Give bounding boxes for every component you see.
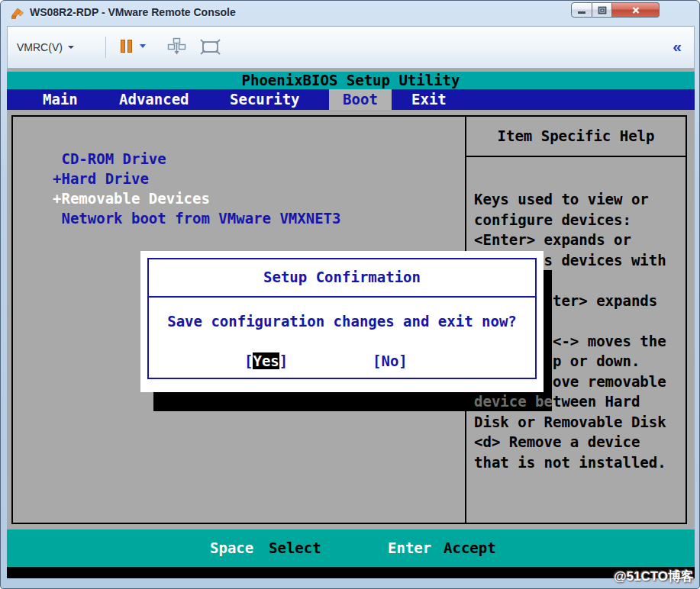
toolbar: VMRC(V) «: [7, 26, 695, 69]
no-button[interactable]: [No]: [373, 351, 408, 371]
close-button[interactable]: [612, 2, 660, 18]
bios-title: PhoenixBIOS Setup Utility: [7, 72, 695, 89]
status-action-select: Select: [269, 538, 321, 558]
status-key-space: Space: [210, 538, 253, 558]
app-icon: [11, 6, 25, 21]
boot-item-hard-drive[interactable]: +Hard Drive: [53, 169, 149, 188]
close-icon: [631, 5, 641, 15]
help-line: configure devices:: [474, 210, 631, 230]
tab-main[interactable]: Main: [43, 89, 78, 110]
tab-exit[interactable]: Exit: [411, 89, 447, 110]
help-line: device between Hard: [474, 391, 640, 411]
status-key-enter: Enter: [388, 538, 431, 558]
help-line: Disk or Removable Disk: [474, 412, 666, 432]
vmware-remote-console-window: WS08R2-RDP - VMware Remote Console VMRC(…: [0, 0, 700, 589]
title-bar: WS08R2-RDP - VMware Remote Console: [1, 1, 699, 26]
chevron-down-icon: [68, 46, 74, 49]
boot-item-network[interactable]: Network boot from VMware VMXNET3: [53, 208, 341, 228]
maximize-icon: [598, 6, 607, 14]
help-line: Keys used to view or: [474, 189, 649, 209]
status-bar: [7, 529, 695, 567]
help-panel-title: Item Specific Help: [466, 117, 685, 156]
help-line: <d> Remove a device: [474, 432, 640, 452]
vmrc-menu-button[interactable]: VMRC(V): [17, 37, 74, 58]
status-action-accept: Accept: [444, 538, 496, 558]
dialog-shadow-right: [543, 270, 552, 391]
watermark: @51CTO博客: [614, 568, 694, 585]
help-line: <Enter> expands or: [474, 230, 631, 249]
minimize-icon: [578, 11, 585, 14]
bios-menu-bar: Main Advanced Security Boot Exit: [7, 89, 695, 110]
pause-icon: [127, 40, 132, 53]
bios-screen: PhoenixBIOS Setup Utility Main Advanced …: [7, 69, 695, 578]
help-line: that is not installed.: [474, 452, 666, 472]
dialog-message: Save configuration changes and exit now?: [140, 311, 544, 331]
tab-advanced[interactable]: Advanced: [119, 89, 189, 110]
tab-security[interactable]: Security: [230, 89, 300, 110]
window-title: WS08R2-RDP - VMware Remote Console: [30, 6, 236, 18]
help-line-shadowed-text: device be: [474, 393, 553, 410]
toolbar-separator: [105, 37, 106, 58]
fullscreen-icon[interactable]: [198, 37, 222, 56]
setup-confirmation-dialog: Setup Confirmation Save configuration ch…: [140, 251, 544, 392]
minimize-button[interactable]: [571, 2, 592, 18]
dialog-title: Setup Confirmation: [147, 258, 537, 298]
power-pause-button[interactable]: [121, 40, 146, 53]
yes-button[interactable]: [Yes]: [244, 351, 288, 371]
screen-bottom-strip: [7, 567, 695, 578]
tab-boot[interactable]: Boot: [329, 89, 392, 110]
pause-dropdown-icon[interactable]: [140, 44, 146, 48]
collapse-toolbar-icon[interactable]: «: [673, 36, 682, 57]
help-panel-separator: [466, 156, 685, 157]
yes-button-label: Yes: [253, 352, 279, 369]
devices-icon[interactable]: [166, 37, 187, 56]
boot-item-cdrom[interactable]: CD-ROM Drive: [53, 149, 166, 169]
pause-icon: [121, 40, 125, 53]
vmrc-menu-label: VMRC(V): [17, 41, 63, 53]
window-controls: [571, 2, 660, 18]
boot-item-removable-devices[interactable]: +Removable Devices: [53, 188, 210, 208]
maximize-button[interactable]: [592, 2, 612, 18]
